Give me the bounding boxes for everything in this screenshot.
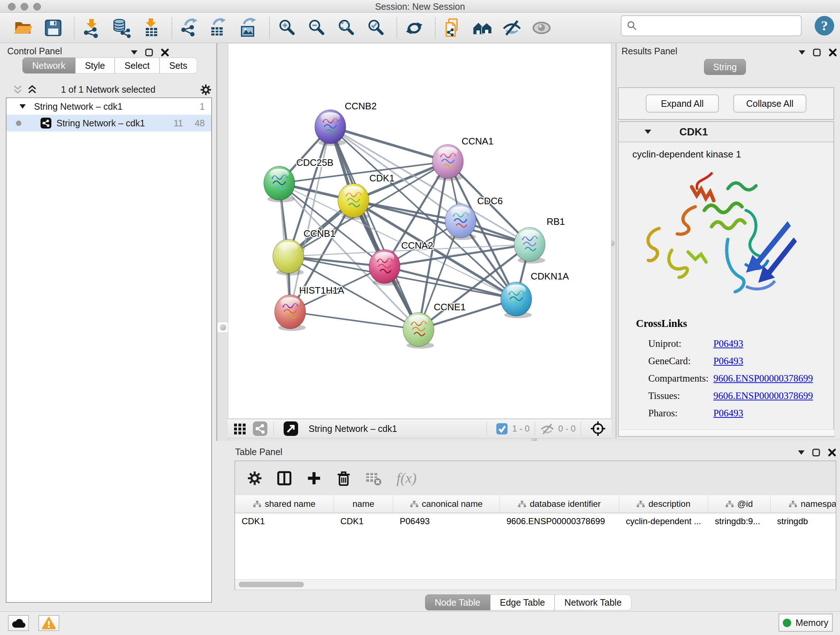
zoom-out-button[interactable] xyxy=(305,16,328,40)
import-table-file-button[interactable] xyxy=(140,16,162,40)
help-button[interactable]: ? xyxy=(815,16,834,35)
network-node-RB1[interactable]: RB1 xyxy=(514,216,565,264)
show-eye-button[interactable] xyxy=(531,16,553,40)
column-header-@id[interactable]: @id xyxy=(708,495,771,513)
node-label-CCNB2: CCNB2 xyxy=(345,101,377,111)
network-node-CCNB2[interactable]: CCNB2 xyxy=(315,101,377,146)
network-node-CCNA2[interactable]: CCNA2 xyxy=(369,240,433,286)
tab-select[interactable]: Select xyxy=(115,57,159,73)
column-header-database-identifier[interactable]: database identifier xyxy=(500,495,619,513)
crosslink-value-link[interactable]: P06493 xyxy=(714,408,744,419)
network-options-gear-icon[interactable] xyxy=(200,84,212,96)
tab-sets[interactable]: Sets xyxy=(159,57,197,73)
panel-menu-icon[interactable] xyxy=(799,50,805,55)
network-node-CCNB1[interactable]: CCNB1 xyxy=(273,228,335,276)
memory-button[interactable]: Memory xyxy=(778,614,833,632)
string-homes-button[interactable] xyxy=(471,16,493,40)
section-collapse-icon[interactable] xyxy=(645,130,651,134)
tab-network[interactable]: Network xyxy=(22,57,75,73)
function-builder-button[interactable]: f(x) xyxy=(393,469,426,488)
scrollbar-thumb[interactable] xyxy=(239,582,304,587)
network-node-CDKN1A[interactable]: CDKN1A xyxy=(501,271,569,318)
table-cell[interactable]: stringdb:9... xyxy=(708,516,771,526)
network-edge[interactable] xyxy=(290,312,418,329)
birds-eye-view-button[interactable] xyxy=(590,421,606,437)
import-network-file-button[interactable] xyxy=(80,16,103,40)
column-header-namespace[interactable]: namespace xyxy=(771,495,836,513)
hide-glass-effect-button[interactable] xyxy=(501,16,523,40)
table-cell[interactable]: cyclin-dependent ... xyxy=(619,516,708,526)
open-in-new-window-button[interactable] xyxy=(283,421,299,437)
table-cell[interactable]: stringdb xyxy=(771,516,836,526)
tab-network-table[interactable]: Network Table xyxy=(554,594,631,610)
table-tabs: Node TableEdge TableNetwork Table xyxy=(216,594,840,610)
node-table[interactable]: shared namenamecanonical namedatabase id… xyxy=(235,495,836,579)
network-node-CCNA1[interactable]: CCNA1 xyxy=(432,136,493,181)
apply-preferred-layout-button[interactable] xyxy=(403,16,425,40)
grid-view-button[interactable] xyxy=(232,421,248,437)
collapse-triangle-icon[interactable] xyxy=(19,104,26,109)
column-header-shared-name[interactable]: shared name xyxy=(235,495,334,513)
network-thumbnail-button[interactable] xyxy=(252,421,268,437)
collapse-all-button[interactable]: Collapse All xyxy=(733,95,806,112)
attribute-type-icon xyxy=(518,501,526,507)
export-image-button[interactable] xyxy=(237,16,260,40)
network-edge[interactable] xyxy=(330,127,418,329)
float-panel-icon[interactable] xyxy=(813,48,821,57)
copy-network-document-button[interactable] xyxy=(441,16,464,40)
network-canvas[interactable]: CCNB2CCNA1CDC25BCDK1CDC6RB1CCNB1CCNA2CDK… xyxy=(228,43,611,419)
float-panel-icon[interactable] xyxy=(812,448,821,457)
hidden-toggle[interactable] xyxy=(540,421,554,437)
network-node-CDC25B[interactable]: CDC25B xyxy=(264,157,333,203)
table-settings-button[interactable] xyxy=(245,469,264,488)
panel-menu-icon[interactable] xyxy=(131,50,137,55)
crosslink-value-link[interactable]: 9606.ENSP00000378699 xyxy=(714,390,813,402)
delete-table-button[interactable] xyxy=(364,469,383,488)
crosslink-value-link[interactable]: P06493 xyxy=(714,356,744,367)
table-cell[interactable]: P06493 xyxy=(393,516,500,526)
network-node-HIST1H1A[interactable]: HIST1H1A xyxy=(275,285,344,331)
expand-all-button[interactable]: Expand All xyxy=(646,95,719,112)
crosslink-value-link[interactable]: 9606.ENSP00000378699 xyxy=(714,373,813,384)
column-header-name[interactable]: name xyxy=(334,495,393,513)
network-node-CDC6[interactable]: CDC6 xyxy=(445,195,503,240)
table-scrollbar[interactable] xyxy=(235,579,836,590)
network-collection-row[interactable]: String Network – cdk1 1 xyxy=(6,98,211,115)
warnings-button[interactable] xyxy=(38,615,59,631)
left-splitter-grip[interactable] xyxy=(217,321,229,333)
close-panel-icon[interactable] xyxy=(161,48,169,57)
crosslink-value-link[interactable]: P06493 xyxy=(714,338,744,349)
float-panel-icon[interactable] xyxy=(145,48,153,57)
cloud-status-button[interactable] xyxy=(8,615,29,631)
save-session-button[interactable] xyxy=(42,16,65,40)
table-row[interactable]: CDK1CDK1P064939606.ENSP00000378699cyclin… xyxy=(235,513,836,529)
search-input[interactable] xyxy=(638,20,794,31)
selected-checkbox[interactable] xyxy=(496,421,508,437)
tab-style[interactable]: Style xyxy=(75,57,115,73)
export-table-button[interactable] xyxy=(208,16,230,40)
table-cell[interactable]: CDK1 xyxy=(334,516,393,526)
zoom-fit-button[interactable] xyxy=(335,16,357,40)
table-cell[interactable]: CDK1 xyxy=(235,516,334,526)
network-row-selected[interactable]: String Network – cdk1 11 48 xyxy=(6,115,211,131)
export-network-button[interactable] xyxy=(178,16,201,40)
close-panel-icon[interactable] xyxy=(829,48,837,57)
zoom-in-button[interactable] xyxy=(276,16,298,40)
tab-string[interactable]: String xyxy=(704,59,746,75)
zoom-selected-button[interactable] xyxy=(365,16,387,40)
tab-edge-table[interactable]: Edge Table xyxy=(490,594,555,610)
create-column-button[interactable] xyxy=(305,469,324,488)
import-network-database-button[interactable] xyxy=(110,16,133,40)
column-header-description[interactable]: description xyxy=(619,495,708,513)
column-header-canonical-name[interactable]: canonical name xyxy=(393,495,500,513)
delete-column-button[interactable] xyxy=(334,469,353,488)
open-session-button[interactable] xyxy=(12,16,35,40)
table-cell[interactable]: 9606.ENSP00000378699 xyxy=(500,516,619,526)
tab-node-table[interactable]: Node Table xyxy=(425,594,490,610)
panel-menu-icon[interactable] xyxy=(798,450,805,455)
protein-section-header[interactable]: CDK1 xyxy=(619,122,834,142)
results-scrollbar[interactable] xyxy=(619,429,834,435)
show-columns-button[interactable] xyxy=(275,469,294,488)
close-panel-icon[interactable] xyxy=(828,448,836,457)
string-network-graph[interactable]: CCNB2CCNA1CDC25BCDK1CDC6RB1CCNB1CCNA2CDK… xyxy=(228,43,611,418)
